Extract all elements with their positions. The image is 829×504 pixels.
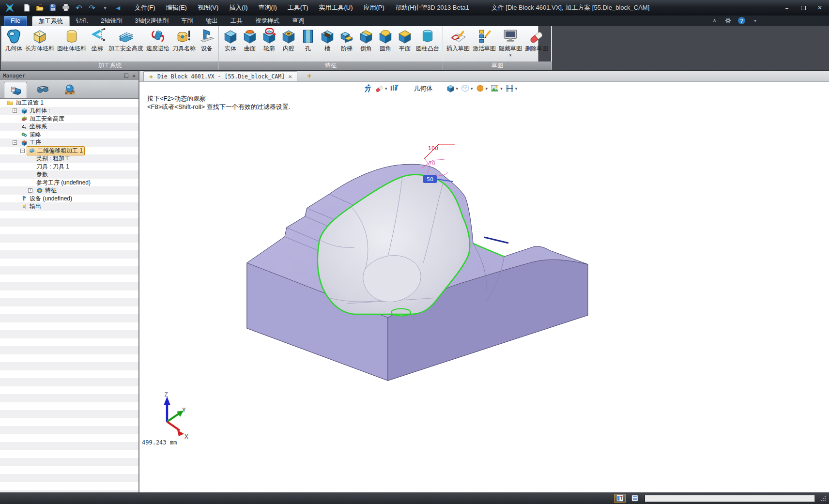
viewport-tool[interactable]: ▾ (476, 84, 488, 93)
viewport-tool[interactable]: ▾ (490, 84, 503, 93)
ribbon-button[interactable]: 激活草图 (471, 28, 497, 52)
image-icon[interactable] (490, 84, 499, 93)
ribbon-tab-6[interactable]: 输出 (200, 16, 224, 26)
open-icon[interactable] (35, 3, 44, 12)
ribbon-button[interactable]: 删除草图 (523, 28, 550, 52)
new-tab-button[interactable]: ＋ (306, 72, 313, 80)
panel-close-icon[interactable]: ✕ (132, 73, 136, 79)
render-icon[interactable] (476, 84, 485, 93)
ribbon-button[interactable]: 速度进给 (145, 28, 171, 52)
caret-down-icon[interactable]: ▾ (471, 87, 473, 91)
tree-item[interactable]: 加工设置 1 (0, 99, 138, 107)
ribbon-button[interactable]: 长方体坯料 (24, 28, 56, 52)
manager-tab-2[interactable] (31, 82, 54, 98)
collapse-icon[interactable]: ∧ (711, 17, 718, 24)
minimize-icon[interactable]: – (783, 3, 791, 12)
tree-item[interactable]: 类别 : 粗加工 (0, 155, 138, 163)
section-icon[interactable] (505, 84, 514, 93)
tree-item[interactable]: +特征 (0, 187, 138, 195)
expand-expander-icon[interactable]: + (28, 188, 32, 193)
tree-item[interactable]: 设备 (undefined) (0, 195, 138, 203)
new-doc-icon[interactable] (22, 3, 31, 12)
ribbon-tab-7[interactable]: 工具 (224, 16, 249, 26)
caret-down-icon[interactable]: ▾ (515, 87, 518, 91)
ribbon-button[interactable]: 倒角 (356, 28, 376, 52)
ribbon-button[interactable]: 坐标 (88, 28, 107, 52)
viewport-body[interactable]: 100 70 50 (139, 82, 829, 492)
ribbon-tab-3[interactable]: 2轴铣削 (94, 16, 128, 26)
collapse-expander-icon[interactable]: − (13, 140, 17, 145)
menu-item[interactable]: 应用(P) (359, 2, 389, 14)
ribbon-button[interactable]: 几何体 (3, 28, 24, 52)
menu-item[interactable]: 编辑(E) (162, 2, 191, 14)
tree-item[interactable]: +几何体 : (0, 107, 138, 115)
tree-item[interactable]: −工序 (0, 139, 138, 147)
menu-item[interactable]: 文件(F) (130, 2, 160, 14)
undo-icon[interactable]: ↶ (75, 3, 83, 12)
ribbon-button[interactable]: 加工安全高度 (107, 28, 145, 52)
viewport-tool[interactable]: ▾ (505, 84, 518, 93)
viewport-tool[interactable]: ▾ (461, 84, 473, 93)
document-tab[interactable]: ＋ Die Block 4601.VX - [55.Die_block_CAM]… (143, 71, 297, 81)
run-icon[interactable] (363, 84, 372, 93)
back-icon[interactable]: ◀ (114, 3, 123, 12)
ribbon-tab-1[interactable]: 加工系统 (32, 16, 70, 26)
ribbon-tab-4[interactable]: 3轴快速铣削 (128, 16, 174, 26)
viewport-tool[interactable] (390, 84, 399, 93)
eraser-icon[interactable] (375, 84, 384, 93)
ribbon-button[interactable]: 圆柱体坯料 (56, 28, 88, 52)
viewport-canvas[interactable]: 100 70 50 (139, 82, 829, 492)
ribbon-button[interactable]: 曲面 (240, 28, 260, 52)
ribbon-button[interactable]: 内腔 (279, 28, 298, 52)
caret-down-icon[interactable]: ▾ (101, 3, 109, 12)
ribbon-tab-9[interactable]: 查询 (286, 16, 310, 26)
tree-item[interactable]: 输出 (0, 203, 138, 211)
viewport-tool[interactable] (363, 84, 372, 93)
tree-item[interactable]: 刀具 : 刀具 1 (0, 163, 138, 171)
caret-down-icon[interactable]: ▾ (509, 53, 512, 57)
viewport-tool[interactable]: ▾ (446, 84, 459, 93)
shaded-cube-icon[interactable] (446, 84, 455, 93)
pick-filter-dropdown[interactable]: 几何体 (414, 84, 433, 93)
ribbon-button[interactable]: 设备 (197, 28, 216, 52)
ribbon-button[interactable]: 阶梯 (337, 28, 356, 52)
tree-item[interactable]: 参考工序 (undefined) (0, 179, 138, 187)
tree-item[interactable]: 坐标系 (0, 123, 138, 131)
ribbon-button[interactable]: 插入草图 (445, 28, 471, 52)
ribbon-tab-2[interactable]: 钻孔 (70, 16, 94, 26)
close-icon[interactable]: ✕ (815, 3, 824, 12)
tree-item[interactable]: −二维偏移粗加工 1 (0, 147, 138, 155)
status-input-field[interactable] (645, 495, 815, 502)
menu-item[interactable]: 工具(T) (283, 2, 313, 14)
redo-icon[interactable]: ↷ (88, 3, 96, 12)
resize-grip[interactable] (820, 495, 826, 502)
panel-restore-icon[interactable] (124, 74, 128, 77)
statusbar-button[interactable] (614, 494, 626, 503)
ribbon-button[interactable]: 刀具名称 (171, 28, 197, 52)
file-menu-button[interactable]: File (4, 16, 27, 26)
ribbon-tab-5[interactable]: 车削 (175, 16, 200, 26)
tab-close-icon[interactable]: ✕ (288, 74, 292, 79)
ribbon-button[interactable]: 槽 (318, 28, 337, 52)
caret-down-icon[interactable]: ▾ (500, 87, 503, 91)
caret-down-icon[interactable]: ▾ (456, 87, 459, 91)
menu-item[interactable]: 插入(I) (225, 2, 252, 14)
menu-item[interactable]: 实用工具(U) (314, 2, 357, 14)
menu-item[interactable]: 视图(V) (193, 2, 223, 14)
filter-icon[interactable] (390, 84, 399, 93)
save-icon[interactable] (48, 3, 57, 12)
wire-cube-icon[interactable] (461, 84, 470, 93)
viewport-tool[interactable]: ▾ (375, 84, 387, 93)
gear-icon[interactable] (724, 17, 732, 24)
caret-down-icon[interactable]: ▾ (486, 87, 488, 91)
caret-down-icon[interactable]: ▾ (385, 87, 387, 91)
ribbon-button[interactable]: 隐藏草图▾ (497, 28, 523, 57)
ribbon-button[interactable]: 实体 (221, 28, 240, 52)
tree-item[interactable]: 策略 (0, 131, 138, 139)
caret-down-icon[interactable]: ▾ (752, 17, 759, 24)
statusbar-button[interactable] (629, 494, 641, 503)
collapse-expander-icon[interactable]: − (20, 149, 25, 153)
ribbon-button[interactable]: 孔 (298, 28, 318, 52)
print-icon[interactable] (61, 3, 70, 12)
tree-item[interactable]: 参数 (0, 171, 138, 179)
